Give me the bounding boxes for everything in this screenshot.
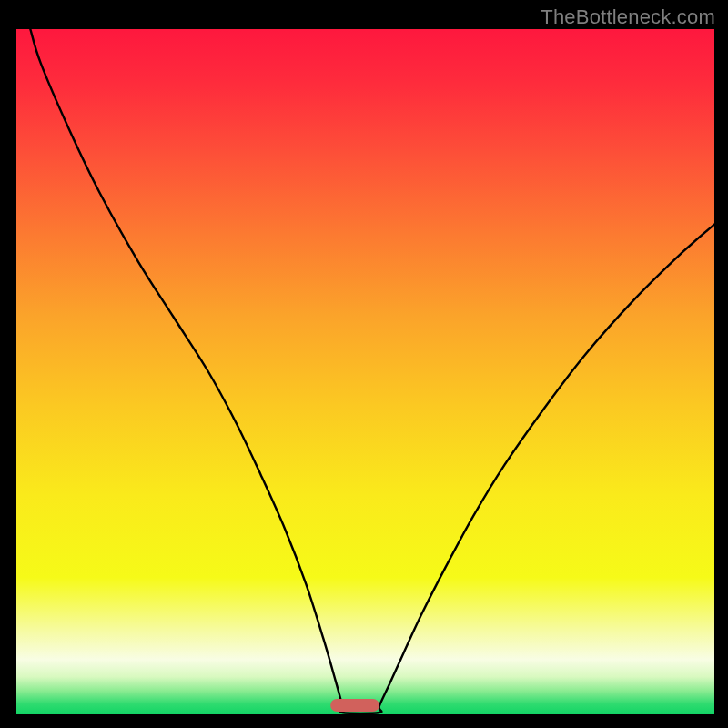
bottleneck-chart xyxy=(0,0,728,728)
chart-stage: TheBottleneck.com xyxy=(0,0,728,728)
watermark-text: TheBottleneck.com xyxy=(541,5,715,29)
plot-area xyxy=(16,29,714,714)
target-marker xyxy=(330,699,379,712)
